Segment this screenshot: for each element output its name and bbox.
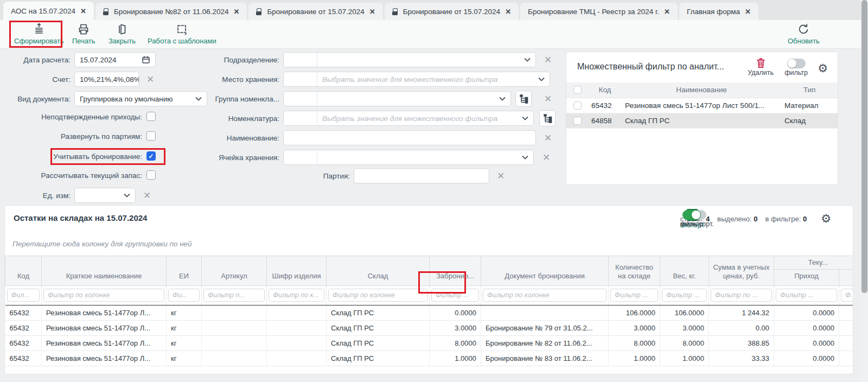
col-sum[interactable]: Сумма в учетных ценах, руб.	[709, 256, 774, 286]
col-article[interactable]: Артикул	[202, 256, 267, 286]
nom-group-tree-button[interactable]	[515, 91, 532, 107]
filter-input[interactable]	[841, 289, 853, 302]
filter-input[interactable]	[483, 289, 607, 302]
close-form-button[interactable]: Закрыть	[108, 23, 136, 45]
clear-storage-cell-icon[interactable]: ✕	[542, 153, 550, 162]
close-icon[interactable]: ✕	[369, 8, 375, 16]
clear-nom-group-icon[interactable]: ✕	[544, 94, 552, 104]
refresh-button[interactable]: Обновить	[788, 23, 820, 45]
filter-input[interactable]	[711, 289, 772, 302]
filter-input[interactable]	[662, 289, 707, 302]
toggle-on[interactable]	[682, 210, 701, 220]
unit-select[interactable]	[74, 188, 136, 203]
close-icon[interactable]: ✕	[80, 7, 86, 15]
delete-button[interactable]: Удалить	[748, 58, 774, 77]
col-reservation-doc[interactable]: Документ бронирования	[481, 256, 609, 286]
division-select[interactable]	[283, 52, 536, 67]
storage-place-select[interactable]: Выбрать значение для множественного филь…	[283, 72, 550, 87]
filter-input[interactable]	[7, 289, 40, 302]
name-input[interactable]	[283, 130, 536, 145]
close-icon[interactable]: ✕	[505, 8, 511, 16]
cell	[267, 320, 327, 335]
col-short-name[interactable]: Краткое наименование	[42, 256, 167, 286]
col-qty[interactable]: Количество на складе	[609, 256, 660, 286]
col-cut[interactable]	[839, 270, 853, 285]
filter-input[interactable]	[610, 289, 658, 302]
col-code[interactable]: Код	[5, 256, 42, 286]
grid-row[interactable]: 65432 Резиновая смесь 51-1477ор Л... кг …	[5, 335, 853, 351]
nomenclature-select[interactable]: Выбрать значение для множественного филь…	[283, 111, 534, 126]
group-drop-zone: Перетащите сюда колонку для группировки …	[12, 240, 192, 248]
tab-booking-1507-a[interactable]: Бронирование от 15.07.2024 ✕	[248, 3, 382, 20]
grid-row[interactable]: 65432 Резиновая смесь 51-1477ор Л... кг …	[5, 320, 853, 335]
generate-button[interactable]: Сформировать	[14, 23, 64, 45]
filter-input[interactable]	[43, 289, 164, 302]
panel-col-name[interactable]: Наименование	[622, 82, 781, 98]
tab-aoc[interactable]: АОС на 15.07.2024 ✕	[3, 2, 94, 20]
col-warehouse[interactable]: Склад	[327, 256, 430, 286]
print-button[interactable]: Печать	[72, 23, 95, 45]
panel-row[interactable]: 64858 Склад ГП РС Склад	[566, 113, 838, 128]
panel-col-type[interactable]: Тип	[781, 82, 838, 98]
current-stock-checkbox[interactable]	[146, 170, 156, 180]
panel-col-code[interactable]: Код	[588, 82, 622, 98]
expand-batches-checkbox[interactable]	[146, 131, 156, 141]
panel-filter-label: фильтр	[784, 69, 808, 77]
clear-account-icon[interactable]: ✕	[146, 75, 154, 84]
batch-input[interactable]	[354, 168, 489, 183]
close-icon[interactable]: ✕	[234, 8, 240, 16]
tab-main-form[interactable]: Главная форма ✕	[679, 3, 758, 20]
date-input[interactable]: 15.07.2024	[74, 52, 156, 67]
grid-row[interactable]: 65432 Резиновая смесь 51-1477ор Л... кг …	[5, 305, 853, 320]
select-prefix-box[interactable]	[284, 111, 317, 125]
panel-row[interactable]: 65432 Резиновая смесь 51-1477ор Лист 500…	[566, 98, 838, 113]
toggle-off[interactable]	[787, 59, 806, 68]
calendar-icon[interactable]	[142, 55, 150, 64]
row-checkbox[interactable]	[573, 117, 582, 125]
col-unit[interactable]: ЕИ	[167, 256, 202, 286]
reservation-checkbox[interactable]: ✓	[146, 151, 156, 161]
nom-group-select[interactable]	[283, 91, 511, 106]
account-input[interactable]: 10%,21%,4%,08%	[74, 72, 139, 87]
clear-batch-icon[interactable]: ✕	[497, 171, 505, 181]
col-product-code[interactable]: Шифр изделия	[267, 256, 327, 286]
filter-input[interactable]	[328, 289, 427, 302]
select-prefix-box[interactable]	[284, 53, 317, 67]
storage-cell-select[interactable]	[283, 150, 534, 165]
clear-name-icon[interactable]: ✕	[544, 133, 552, 143]
tab-booking-82[interactable]: Бронирование №82 от 11.06.2024 ✕	[95, 3, 247, 20]
templates-button[interactable]: Работа с шаблонами	[148, 23, 216, 45]
nom-group-label: Группа номенкла...	[179, 95, 279, 103]
filter-input[interactable]	[269, 289, 324, 302]
unconfirmed-checkbox[interactable]	[146, 112, 156, 121]
filter-input[interactable]	[203, 289, 265, 302]
panel-filter-toggle[interactable]: фильтр	[784, 59, 808, 77]
col-reserved[interactable]: Забронир...	[430, 256, 481, 286]
close-icon[interactable]: ✕	[664, 8, 670, 16]
clear-division-icon[interactable]: ✕	[544, 55, 552, 65]
select-prefix-box[interactable]	[284, 72, 317, 86]
grid-row[interactable]: 65432 Резиновая смесь 51-1477ор Л... кг …	[5, 351, 853, 366]
row-checkbox[interactable]	[573, 101, 582, 110]
panel-gear-icon[interactable]: ⚙	[818, 62, 828, 75]
select-prefix-box[interactable]	[284, 92, 317, 106]
col-weight[interactable]: Вес, кг.	[660, 256, 709, 286]
col-group-current[interactable]: Теку...	[774, 256, 853, 270]
chevron-down-icon	[522, 116, 528, 120]
col-income[interactable]: Приход	[774, 270, 839, 285]
nomenclature-tree-button[interactable]	[539, 110, 556, 126]
scrollbar-thumb[interactable]	[861, 0, 867, 293]
close-icon[interactable]: ✕	[745, 8, 751, 16]
results-title: Остатки на складах на 15.07.2024	[14, 213, 147, 222]
clear-unit-icon[interactable]: ✕	[143, 191, 151, 200]
select-prefix-box[interactable]	[284, 150, 317, 164]
grid-filter-toggle[interactable]: фильтр	[680, 210, 704, 228]
grid-gear-icon[interactable]: ⚙	[821, 212, 831, 225]
tab-registry[interactable]: Бронирование ТМЦ - Реестр за 2024 г. ✕	[520, 3, 678, 20]
select-all-checkbox[interactable]	[573, 86, 582, 94]
filter-input[interactable]	[776, 289, 837, 302]
filter-input[interactable]	[431, 289, 479, 302]
filter-input[interactable]	[168, 289, 200, 302]
scrollbar-track[interactable]	[861, 0, 868, 382]
tab-booking-1507-b[interactable]: Бронирование от 15.07.2024 ✕	[385, 3, 519, 20]
